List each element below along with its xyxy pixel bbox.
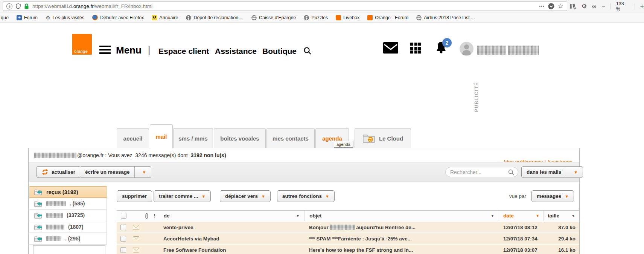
sort-icon[interactable]: ▼: [536, 214, 539, 218]
bookmark-item[interactable]: Débuter avec Firefox: [92, 15, 144, 20]
row-checkbox[interactable]: [120, 225, 126, 230]
hamburger-menu-icon[interactable]: [99, 46, 111, 56]
library-icon[interactable]: [570, 3, 576, 9]
unread-envelope-icon: [133, 236, 139, 241]
notification-count-badge: 2: [442, 38, 452, 47]
tab-accueil[interactable]: accueil: [117, 128, 149, 148]
https-lock-icon[interactable]: [24, 3, 29, 9]
ad-label: PUBLICITÉ: [474, 74, 479, 112]
bookmark-item[interactable]: Livebox: [336, 15, 359, 20]
message-row[interactable]: AccorHotels via Mybad *** SPAM ***Farnie…: [117, 233, 579, 244]
chevron-down-icon[interactable]: ▼: [201, 194, 206, 199]
apps-grid-icon[interactable]: [410, 43, 422, 54]
bookmark-item[interactable]: ⚙Les plus visités: [46, 15, 84, 21]
folder-icon: [34, 224, 43, 230]
refresh-button[interactable]: actualiser: [37, 166, 81, 178]
bookmarks-bar: que ✈Forum ⚙Les plus visités Débuter ave…: [0, 13, 644, 23]
row-checkbox[interactable]: [120, 236, 126, 242]
view-mode-button[interactable]: messages▼: [531, 190, 574, 202]
nav-boutique[interactable]: Boutique: [262, 47, 297, 56]
sort-icon[interactable]: ▼: [571, 214, 575, 218]
chevron-down-icon[interactable]: ▼: [138, 170, 146, 174]
folder-name-blurred: [46, 201, 66, 206]
search-icon[interactable]: [508, 169, 515, 176]
more-functions-button[interactable]: autres fonctions▼: [277, 190, 335, 202]
chevron-down-icon[interactable]: ▼: [325, 194, 329, 199]
tab-sms-mms[interactable]: sms / mms: [173, 128, 213, 148]
zoom-out-button[interactable]: −: [601, 3, 605, 9]
folder-list-footer: [33, 245, 105, 254]
email-address-blurred: [34, 153, 76, 158]
avatar[interactable]: [460, 42, 473, 56]
folder-item[interactable]: (33725): [29, 210, 107, 221]
select-all-checkbox[interactable]: [121, 213, 126, 219]
search-icon[interactable]: [303, 46, 312, 55]
tracking-shield-icon[interactable]: [16, 3, 21, 9]
chevron-down-icon[interactable]: ▼: [565, 194, 569, 199]
folder-item[interactable]: . (295): [29, 233, 107, 245]
page-info-icon[interactable]: i: [6, 3, 12, 9]
url-bar[interactable]: i https://webmail1d.orange.fr/webmail/fr…: [3, 2, 567, 11]
bookmark-item[interactable]: Caisse d'Epargne: [251, 15, 296, 20]
message-row[interactable]: Free Software Foundation Here's how to k…: [117, 245, 579, 254]
message-from: vente-privee: [158, 225, 304, 230]
folder-icon: [34, 200, 43, 207]
button-divider: [566, 167, 566, 177]
bookmark-star-icon[interactable]: ☆: [558, 3, 563, 9]
date-column-header[interactable]: date▼: [499, 211, 543, 221]
row-checkbox[interactable]: [120, 247, 126, 253]
attachment-column-header[interactable]: [142, 213, 151, 219]
folder-icon: [34, 236, 43, 242]
subject-column-header[interactable]: objet▼: [304, 211, 499, 221]
message-row[interactable]: vente-privee Bonjour aujourd'hui Rentrée…: [117, 222, 579, 233]
nav-assistance[interactable]: Assistance: [215, 47, 257, 56]
priority-column-header[interactable]: !: [151, 213, 159, 219]
tab-mail[interactable]: mail: [150, 124, 173, 148]
gear-icon[interactable]: ⚙: [582, 3, 587, 9]
bookmark-item[interactable]: Airbus 2018 Price List ...: [416, 15, 475, 20]
folder-icon: [34, 212, 43, 219]
url-text[interactable]: https://webmail1d.orange.fr/webmail/fr_F…: [32, 3, 152, 9]
search-scope-button[interactable]: dans les mails ▼: [521, 166, 583, 178]
button-divider: [134, 167, 135, 177]
globe-icon: [186, 15, 191, 20]
tab-boites-vocales[interactable]: boîtes vocales: [214, 128, 266, 148]
bookmark-item[interactable]: Puzzles: [304, 15, 328, 20]
chevron-down-icon[interactable]: ▼: [569, 170, 578, 174]
orange-logo[interactable]: orange: [72, 34, 92, 55]
airplane-icon: ✈: [17, 15, 22, 20]
compose-button[interactable]: écrire un message ▼: [80, 166, 151, 178]
mark-as-button[interactable]: traiter comme ...▼: [154, 190, 211, 202]
nav-espace-client[interactable]: Espace client: [158, 47, 209, 56]
url-domain: orange.fr: [73, 3, 94, 9]
page-actions-icon[interactable]: •••: [539, 4, 545, 8]
bookmark-item[interactable]: Orange - Forum: [367, 15, 408, 20]
bookmark-item[interactable]: Annuaire: [152, 15, 178, 20]
size-column-header[interactable]: taille▼: [543, 211, 579, 221]
bookmark-item[interactable]: que: [1, 15, 9, 20]
move-to-button[interactable]: déplacer vers▼: [220, 190, 271, 202]
pocket-icon[interactable]: [548, 3, 554, 9]
delete-button[interactable]: supprimer: [117, 190, 152, 202]
infinity-extension-icon[interactable]: ∞: [592, 3, 596, 9]
sort-icon[interactable]: ▼: [490, 214, 494, 218]
zoom-in-button[interactable]: +: [640, 3, 644, 10]
folder-item[interactable]: (1807): [29, 221, 107, 233]
from-column-header[interactable]: de▼: [159, 213, 304, 219]
paperclip-icon: [145, 213, 148, 219]
search-input[interactable]: [450, 169, 508, 175]
search-box[interactable]: [445, 167, 518, 177]
zoom-level[interactable]: 133 %: [616, 1, 629, 12]
gear-icon: ⚙: [46, 15, 50, 21]
folder-recus[interactable]: reçus (3192): [29, 186, 107, 198]
sort-icon[interactable]: ▼: [296, 214, 300, 218]
folder-name-blurred: [46, 213, 63, 218]
mail-icon[interactable]: [383, 42, 398, 54]
folder-item[interactable]: . (585): [29, 198, 107, 210]
chevron-down-icon[interactable]: ▼: [261, 194, 265, 199]
bookmark-item[interactable]: ✈Forum: [17, 15, 38, 20]
bookmark-item[interactable]: Dépôt de réclamation ...: [186, 15, 244, 20]
menu-button[interactable]: Menu: [116, 44, 142, 56]
tab-mes-contacts[interactable]: mes contacts: [266, 128, 315, 148]
tab-le-cloud[interactable]: Le Cloud: [355, 128, 411, 148]
